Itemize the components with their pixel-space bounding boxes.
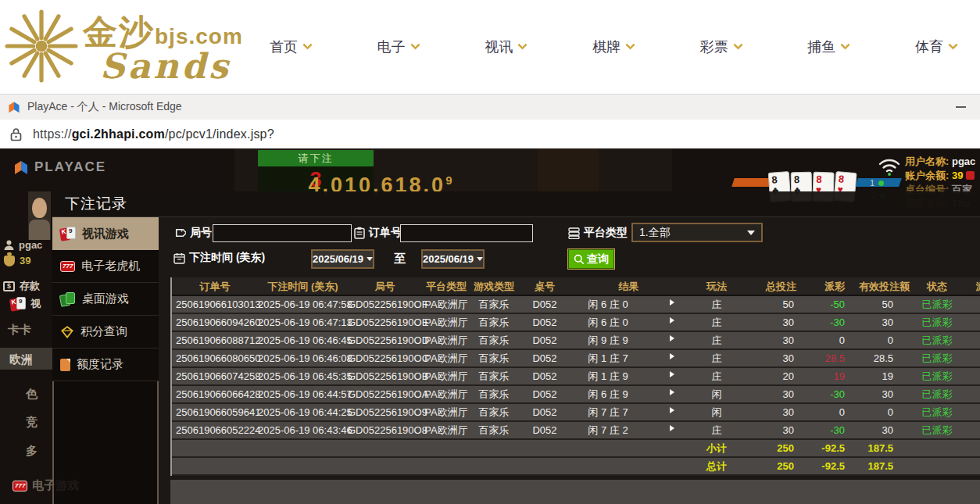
table-row: 250619066088712 2025-06-19 06:46:45 GD05… bbox=[172, 332, 980, 350]
col-game: 游戏类型 bbox=[470, 277, 517, 295]
cell-bet: 30 bbox=[748, 332, 814, 349]
col-time: 下注时间 (美东) bbox=[258, 277, 348, 295]
col-video: 游戏 bbox=[960, 277, 980, 295]
cell-play: 庄 bbox=[685, 350, 748, 366]
cell-result: 闲 6 庄 0 bbox=[572, 314, 644, 331]
to-label: 至 bbox=[394, 252, 406, 266]
total-label: 总计 bbox=[685, 458, 748, 474]
modal-menu-slots[interactable]: 777 电子老虎机 bbox=[52, 250, 159, 283]
cell-video bbox=[960, 422, 980, 438]
cell-result: 闲 7 庄 7 bbox=[572, 404, 644, 420]
nav-item-sports[interactable]: 体育 bbox=[915, 38, 957, 56]
cell-game: 百家乐 bbox=[470, 368, 517, 384]
nav-item-lottery[interactable]: 彩票 bbox=[700, 38, 742, 56]
lobby-menu-item[interactable]: 多 bbox=[26, 444, 38, 459]
online-dot bbox=[878, 181, 884, 186]
cell-video bbox=[960, 332, 980, 349]
cell-valid: 30 bbox=[855, 422, 914, 438]
round-number-input[interactable] bbox=[213, 224, 352, 242]
playace-logo-text: PLAYACE bbox=[34, 159, 106, 175]
avatar[interactable] bbox=[28, 191, 51, 240]
cell-status: 已派彩 bbox=[914, 296, 960, 313]
order-number-input[interactable] bbox=[400, 224, 533, 242]
cell-play: 闲 bbox=[685, 386, 748, 402]
lobby-menu-item[interactable]: 卡卡 bbox=[8, 323, 31, 338]
total-bet: 250 bbox=[748, 458, 814, 474]
order-filter-label: 订单号 bbox=[354, 226, 402, 240]
cell-valid: 30 bbox=[855, 314, 914, 331]
cell-result: 闲 1 庄 9 bbox=[572, 368, 644, 384]
cell-result: 闲 6 庄 0 bbox=[572, 296, 644, 313]
lobby-menu-item[interactable]: 竞 bbox=[26, 415, 38, 430]
date-to-picker[interactable]: 2025/06/19 bbox=[421, 249, 485, 269]
modal-menu-points[interactable]: 积分查询 bbox=[52, 316, 159, 349]
chevron-down-icon bbox=[948, 40, 958, 50]
lobby-menu-item[interactable]: 欧洲 bbox=[9, 352, 33, 367]
cell-result: 闲 6 庄 9 bbox=[572, 386, 644, 402]
sands-logo[interactable]: 金沙bjs.com Sands bbox=[5, 9, 243, 86]
cell-game: 百家乐 bbox=[470, 314, 517, 331]
cell-platform: PA欧洲厅 bbox=[422, 350, 470, 366]
table-row: 250619066080650 2025-06-19 06:46:08 GD05… bbox=[172, 350, 980, 368]
deposit-icon: $ bbox=[3, 281, 15, 291]
modal-menu-table-games[interactable]: 桌面游戏 bbox=[52, 283, 159, 316]
cell-status: 已派彩 bbox=[914, 404, 960, 420]
cell-bet: 50 bbox=[748, 296, 814, 313]
cell-order: 250619066080650 bbox=[172, 350, 258, 366]
chevron-down-icon bbox=[517, 40, 528, 50]
cell-platform: PA欧洲厅 bbox=[422, 422, 470, 438]
cell-bet: 20 bbox=[748, 368, 814, 384]
edge-titlebar: PlayAce - 个人 - Microsoft Edge bbox=[0, 94, 980, 120]
cell-game: 百家乐 bbox=[470, 296, 517, 313]
col-payout: 派彩 bbox=[814, 277, 855, 295]
cell-play: 庄 bbox=[685, 314, 748, 331]
calendar-icon bbox=[173, 252, 185, 264]
screen: 金沙bjs.com Sands 首页 电子 视讯 棋牌 彩票 捕鱼 体育 Pla… bbox=[0, 0, 980, 504]
cell-payout: 0 bbox=[814, 332, 855, 349]
cell-payout: 0 bbox=[814, 404, 855, 420]
money-bag-icon bbox=[4, 256, 15, 266]
platform-type-select[interactable]: 1.全部 bbox=[631, 223, 763, 242]
cell-platform: PA欧洲厅 bbox=[422, 368, 470, 384]
col-order: 订单号 bbox=[172, 277, 258, 295]
address-text[interactable]: https://gci.2hhapi.com/pc/pcv1/index.jsp… bbox=[33, 127, 274, 141]
cell-order: 250619066066428 bbox=[172, 386, 258, 402]
sands-sun-icon bbox=[5, 9, 78, 83]
cell-video bbox=[960, 386, 980, 402]
sidebar-video-games[interactable]: K9 视 bbox=[10, 297, 41, 311]
cell-valid: 50 bbox=[855, 296, 914, 313]
cell-video bbox=[960, 314, 980, 331]
cell-order: 250619066059641 bbox=[172, 404, 258, 420]
sidebar-username: pgac bbox=[4, 239, 42, 251]
search-button[interactable]: 查询 bbox=[568, 249, 614, 269]
cell-play: 庄 bbox=[685, 422, 748, 438]
lock-icon[interactable] bbox=[10, 127, 22, 141]
modal-menu-video-games[interactable]: K9 视讯游戏 bbox=[52, 217, 159, 250]
minimize-button[interactable] bbox=[956, 106, 966, 108]
tag-icon bbox=[173, 227, 186, 239]
search-icon bbox=[574, 254, 585, 265]
nav-item-board[interactable]: 棋牌 bbox=[592, 38, 634, 56]
nav-item-live[interactable]: 视讯 bbox=[485, 38, 526, 56]
refresh-badge-icon[interactable] bbox=[966, 171, 975, 180]
nav-item-home[interactable]: 首页 bbox=[270, 38, 311, 56]
cell-play: 庄 bbox=[685, 332, 748, 349]
nav-item-fishing[interactable]: 捕鱼 bbox=[807, 38, 849, 56]
cell-round: GD052256190O9 bbox=[348, 404, 422, 420]
url-bar[interactable]: https://gci.2hhapi.com/pc/pcv1/index.jsp… bbox=[0, 120, 980, 148]
cell-round: GD052256190O8 bbox=[348, 422, 422, 438]
sidebar-deposit[interactable]: $ 存款 bbox=[3, 279, 40, 293]
nav-item-slots[interactable]: 电子 bbox=[377, 38, 419, 56]
date-from-picker[interactable]: 2025/06/19 bbox=[311, 249, 374, 269]
col-bet: 总投注 bbox=[748, 277, 814, 295]
cell-game: 百家乐 bbox=[470, 386, 517, 402]
cell-order: 250619066094260 bbox=[172, 314, 258, 331]
cell-payout: -30 bbox=[814, 314, 855, 331]
gem-icon bbox=[60, 326, 74, 338]
subtotal-bet: 250 bbox=[748, 440, 814, 456]
cell-video bbox=[960, 296, 980, 313]
lobby-menu-item[interactable]: 色 bbox=[26, 387, 38, 402]
cell-status: 已派彩 bbox=[914, 314, 960, 331]
modal-menu-quota[interactable]: 额度记录 bbox=[52, 349, 159, 381]
cell-platform: PA欧洲厅 bbox=[422, 386, 470, 402]
